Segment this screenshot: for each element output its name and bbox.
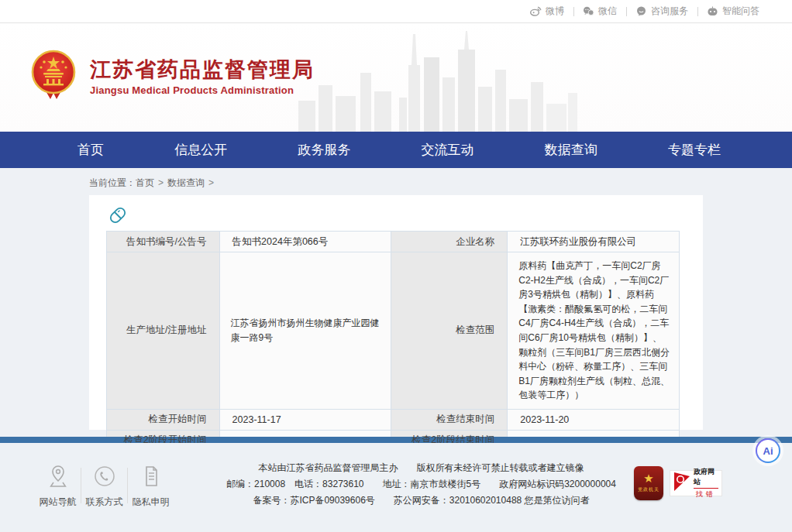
map-pin-icon — [47, 465, 69, 490]
breadcrumb-separator-2: > — [208, 177, 214, 188]
field-label: 企业名称 — [391, 232, 508, 252]
gov-agency-badge[interactable]: ★ 党政机关 — [634, 466, 663, 500]
field-value: 江苏联环药业股份有限公司 — [508, 232, 680, 252]
table-row: 告知书编号/公告号 告知书2024年第066号 企业名称 江苏联环药业股份有限公… — [107, 232, 680, 252]
breadcrumb-current-link[interactable]: 数据查询 — [167, 177, 205, 188]
chat-bubble-icon — [635, 6, 647, 16]
wechat-icon — [583, 6, 594, 16]
magnifier-icon — [673, 472, 690, 495]
footer-line-icp: 备案号：苏ICP备09039606号 苏公网安备：32010602010488 … — [226, 493, 617, 509]
document-icon — [140, 465, 162, 490]
site-footer: 网站导航 联系方式 隐私申明 本站由江苏省药品监督管理局主办 版权所有未经许可禁… — [0, 443, 792, 532]
nav-item-home[interactable]: 首页 — [77, 141, 104, 159]
field-value: 2023-11-20 — [508, 409, 680, 430]
breadcrumb-home-link[interactable]: 首页 — [136, 177, 154, 188]
footer-info-text: 本站由江苏省药品监督管理局主办 版权所有未经许可禁止转载或者建立镜像 邮编：21… — [226, 460, 617, 509]
consult-service-label: 咨询服务 — [651, 5, 688, 18]
weibo-label: 微博 — [546, 5, 564, 18]
breadcrumb-separator: > — [158, 177, 164, 188]
field-value: 告知书2024年第066号 — [219, 232, 391, 252]
record-detail-card: 告知书编号/公告号 告知书2024年第066号 企业名称 江苏联环药业股份有限公… — [89, 195, 703, 430]
nav-item-info-disclosure[interactable]: 信息公开 — [174, 141, 227, 159]
footer-quick-links: 网站导航 联系方式 隐私申明 — [36, 465, 173, 509]
site-title: 江苏省药品监督管理局 — [90, 57, 315, 82]
weibo-icon — [530, 6, 542, 16]
consult-service-link[interactable]: 咨询服务 — [626, 5, 697, 18]
contact-label: 联系方式 — [86, 496, 123, 509]
site-header: 江苏省药品监督管理局 Jiangsu Medical Products Admi… — [0, 23, 792, 132]
robot-icon — [707, 6, 718, 16]
nav-item-interaction[interactable]: 交流互动 — [422, 141, 474, 159]
field-value: 2023-11-17 — [219, 409, 391, 430]
error-badge-top-label: 政府网站 — [694, 467, 718, 489]
pill-capsule-icon — [106, 204, 129, 230]
error-badge-bottom-label: 找错 — [696, 489, 716, 499]
site-nav-label: 网站导航 — [40, 496, 77, 509]
gov-badge-label: 党政机关 — [638, 486, 659, 493]
privacy-link[interactable]: 隐私申明 — [129, 465, 173, 509]
content-area: 当前位置：首页>数据查询> 告知书编号/公告号 告知书2024年第066号 企业… — [0, 168, 792, 437]
smart-qa-link[interactable]: 智能问答 — [697, 5, 769, 18]
field-label: 生产地址/注册地址 — [107, 252, 220, 410]
footer-divider — [127, 468, 128, 503]
site-nav-link[interactable]: 网站导航 — [36, 465, 80, 509]
website-error-report-badge[interactable]: 政府网站 找错 — [670, 470, 722, 496]
gov-badge-star-icon: ★ — [643, 473, 653, 484]
field-label: 告知书编号/公告号 — [107, 232, 220, 252]
breadcrumb: 当前位置：首页>数据查询> — [89, 175, 792, 195]
table-row: 检查开始时间 2023-11-17 检查结束时间 2023-11-20 — [107, 409, 680, 430]
weibo-link[interactable]: 微博 — [521, 5, 573, 18]
nav-item-special-topics[interactable]: 专题专栏 — [668, 141, 721, 159]
field-label: 检查范围 — [391, 252, 508, 410]
phone-icon — [94, 465, 115, 490]
footer-badges: ★ 党政机关 政府网站 找错 — [634, 466, 722, 500]
field-label: 检查开始时间 — [107, 409, 220, 430]
smart-qa-label: 智能问答 — [722, 5, 759, 18]
table-row: 生产地址/注册地址 江苏省扬州市扬州生物健康产业园健康一路9号 检查范围 原料药… — [107, 252, 680, 410]
field-value: 原料药【曲克芦丁，一车间C2厂房C2-H2生产线（合成），一车间C2厂房3号精烘… — [508, 252, 680, 410]
footer-divider-bar — [0, 437, 792, 443]
privacy-label: 隐私申明 — [133, 496, 170, 509]
city-skyline-graphic — [298, 26, 577, 132]
footer-divider — [81, 468, 81, 503]
main-navigation: 首页 信息公开 政务服务 交流互动 数据查询 专题专栏 — [0, 132, 792, 168]
ai-assistant-button[interactable]: Ai — [756, 438, 780, 463]
nav-item-data-query[interactable]: 数据查询 — [545, 141, 597, 159]
field-value: 江苏省扬州市扬州生物健康产业园健康一路9号 — [219, 252, 391, 410]
contact-link[interactable]: 联系方式 — [82, 465, 126, 509]
breadcrumb-prefix: 当前位置： — [89, 177, 136, 188]
national-emblem-logo — [31, 50, 76, 104]
wechat-link[interactable]: 微信 — [573, 5, 626, 18]
footer-line-contact: 邮编：210008 电话：83273610 地址：南京市鼓楼街5号 政府网站标识… — [226, 476, 617, 493]
field-label: 检查结束时间 — [391, 409, 508, 430]
site-subtitle: Jiangsu Medical Products Administration — [90, 84, 315, 96]
top-utility-bar: 微博 微信 咨询服务 智能问答 — [0, 0, 792, 23]
nav-item-gov-services[interactable]: 政务服务 — [298, 141, 350, 159]
wechat-label: 微信 — [598, 5, 617, 18]
footer-line-sponsor: 本站由江苏省药品监督管理局主办 版权所有未经许可禁止转载或者建立镜像 — [226, 460, 617, 476]
